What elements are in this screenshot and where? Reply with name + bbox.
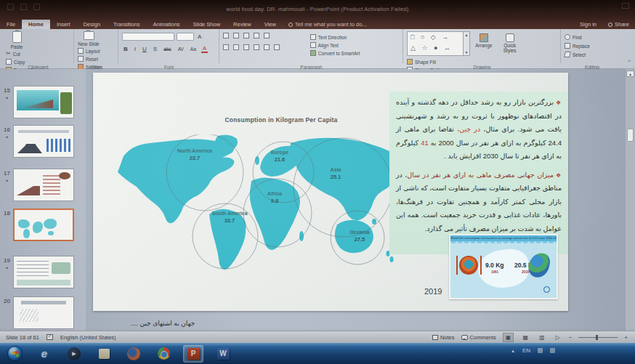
thumbnail-preview[interactable] [13,86,74,118]
paste-button[interactable]: Paste [6,31,28,49]
replace-button[interactable]: Replace [565,43,620,49]
language-badge[interactable]: EN [522,347,530,354]
spellcheck-icon[interactable] [46,334,53,340]
undo-icon[interactable] [20,4,27,10]
underline-button[interactable]: U [141,46,148,52]
text-shadow-button[interactable]: S [152,46,158,52]
align-center-icon[interactable] [233,44,239,50]
start-button[interactable] [4,345,25,363]
grow-font-button[interactable]: A [196,33,203,40]
thumbnail-slide-20[interactable]: 20 [0,296,86,329]
tab-transitions[interactable]: Transitions [107,20,146,29]
thumbnail-slide-15[interactable]: 15 ✦ [0,86,86,121]
notes-caption[interactable]: جهان به اشتهای چین .... [131,320,232,327]
thumbnail-slide-17[interactable]: 17 ✦ [0,169,86,203]
scroll-up-icon[interactable]: ▲ [626,70,634,77]
shape-fill-button[interactable]: Shape Fill [407,59,452,65]
thumbnail-slide-16[interactable]: 16 ✦ [0,125,86,160]
tab-insert[interactable]: Insert [50,20,77,29]
change-case-button[interactable]: Aa [189,46,198,52]
find-button[interactable]: Find [565,34,620,40]
layout-button[interactable]: Layout [78,48,102,54]
convert-smartart-button[interactable]: Convert to SmartArt [310,50,397,56]
cut-button[interactable]: ✂ Cut [6,51,45,57]
quick-access-toolbar[interactable] [7,4,40,10]
tray-icon[interactable] [538,348,543,353]
save-icon[interactable] [7,4,14,10]
align-left-icon[interactable] [223,44,229,50]
increase-indent-icon[interactable] [254,33,259,39]
italic-button[interactable]: I [133,46,137,52]
scrollbar-thumb[interactable] [627,129,634,142]
justify-icon[interactable] [254,44,259,50]
slideshow-view-button[interactable]: ▷ [554,333,562,341]
chrome-button[interactable] [153,345,174,363]
tab-home[interactable]: Home [22,20,50,29]
collapse-ribbon-icon[interactable]: ^ [628,58,631,65]
align-right-icon[interactable] [243,44,249,50]
align-text-button[interactable]: Align Text [310,42,397,48]
window-controls[interactable] [622,3,629,9]
arrange-button[interactable]: Arrange [472,31,496,48]
tab-design[interactable]: Design [77,20,107,29]
gallery-scroll[interactable]: ▲▼ [464,31,470,56]
strikethrough-button[interactable]: abc [162,46,172,52]
sticky-notes-button[interactable] [94,345,114,363]
normal-view-button[interactable]: ▣ [503,333,514,342]
thumbnail-preview[interactable] [13,169,74,201]
zoom-out-button[interactable]: − [569,334,573,341]
numbering-icon[interactable] [233,33,239,39]
fish-consumption-infographic[interactable]: World fish consumption increased at an a… [449,234,558,299]
select-button[interactable]: Select [565,52,620,57]
tab-slideshow[interactable]: Slide Show [187,20,227,29]
columns-icon[interactable] [264,44,270,50]
tell-me-box[interactable]: Tell me what you want to do... [283,20,373,29]
quick-styles-button[interactable]: Quick Styles [498,31,522,53]
zoom-slider[interactable] [578,337,618,338]
tab-animations[interactable]: Animations [146,20,186,29]
new-slide-button[interactable]: New Slide [78,31,100,46]
system-tray[interactable]: ▲ EN [511,347,555,354]
reset-button[interactable]: Reset [78,56,102,62]
thumbnail-preview[interactable] [13,209,74,241]
tab-view[interactable]: View [258,20,283,29]
slide-canvas[interactable]: Consumption in Kilogram Per Capita [93,73,568,311]
copy-button[interactable]: Copy [6,59,45,65]
text-direction-button[interactable]: Text Direction [310,34,397,40]
slide-text-box[interactable]: ❖بزرگترین بازار رو به رشد حداقل در دهه گ… [389,92,568,254]
thumbnail-preview[interactable] [13,125,74,158]
vertical-scrollbar[interactable]: ▲ [626,69,635,331]
sign-in-button[interactable]: Sign in [574,20,602,29]
comments-button[interactable]: Comments [461,334,496,341]
character-spacing-button[interactable]: AV [177,46,185,52]
font-name-input[interactable] [122,33,174,41]
table-icon[interactable] [274,44,280,50]
media-player-button[interactable]: ▶ [64,345,84,363]
font-size-input[interactable] [177,33,194,41]
shapes-gallery[interactable]: □ ○ ◇ →△ ☆ ● ↔ [407,31,464,56]
slide-sorter-view-button[interactable]: ▦ [520,333,530,341]
line-spacing-icon[interactable] [264,33,270,39]
thumbnail-preview[interactable] [13,296,74,329]
font-color-button[interactable]: A [201,45,208,53]
redo-icon[interactable] [33,4,40,10]
language-indicator[interactable]: English (United States) [60,334,116,341]
thumbnail-slide-19[interactable]: 19 ✦ [0,256,86,291]
show-hidden-icons[interactable]: ▲ [511,349,515,353]
slide-thumbnail-panel[interactable]: 15 ✦ 16 ✦ 17 ✦ [0,69,86,331]
tab-file[interactable]: File [0,20,22,29]
thumbnail-slide-18-selected[interactable]: 18 [0,209,86,246]
powerpoint-taskbar-button[interactable]: P [183,345,203,363]
tab-review[interactable]: Review [227,20,258,29]
share-button[interactable]: Share [602,20,635,29]
decrease-indent-icon[interactable] [243,33,249,39]
word-taskbar-button[interactable]: W [213,345,233,363]
firefox-button[interactable] [124,345,144,363]
bullets-icon[interactable] [223,33,229,39]
internet-explorer-button[interactable]: e [34,345,54,363]
tray-icon[interactable] [550,348,555,353]
zoom-slider-thumb[interactable] [596,335,598,340]
notes-button[interactable]: Notes [432,334,455,341]
bold-button[interactable]: B [122,46,129,52]
thumbnail-preview[interactable] [13,256,74,288]
